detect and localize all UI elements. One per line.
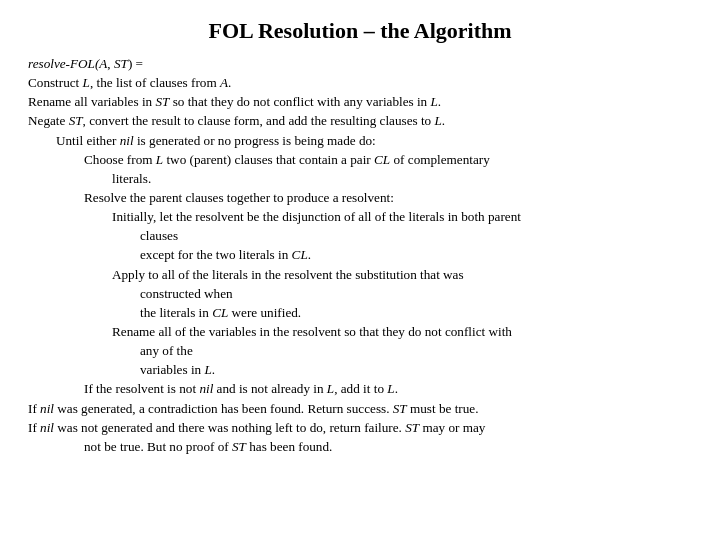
text-line: Rename all variables in ST so that they … (28, 92, 692, 111)
text-line: any of the (28, 341, 692, 360)
text-line: Rename all of the variables in the resol… (28, 322, 692, 341)
text-line: except for the two literals in CL. (28, 245, 692, 264)
page-title: FOL Resolution – the Algorithm (28, 18, 692, 44)
text-line: Negate ST, convert the result to clause … (28, 111, 692, 130)
text-line: constructed when (28, 284, 692, 303)
text-line: not be true. But no proof of ST has been… (28, 437, 692, 456)
text-line: Construct L, the list of clauses from A. (28, 73, 692, 92)
text-line: resolve-FOL(A, ST) = (28, 54, 692, 73)
text-line: If nil was generated, a contradiction ha… (28, 399, 692, 418)
text-line: If nil was not generated and there was n… (28, 418, 692, 437)
content-area: resolve-FOL(A, ST) =Construct L, the lis… (28, 54, 692, 456)
text-line: the literals in CL were unified. (28, 303, 692, 322)
text-line: Apply to all of the literals in the reso… (28, 265, 692, 284)
text-line: variables in L. (28, 360, 692, 379)
page: FOL Resolution – the Algorithm resolve-F… (0, 0, 720, 540)
text-line: Resolve the parent clauses together to p… (28, 188, 692, 207)
text-line: Until either nil is generated or no prog… (28, 131, 692, 150)
text-line: Initially, let the resolvent be the disj… (28, 207, 692, 226)
text-line: If the resolvent is not nil and is not a… (28, 379, 692, 398)
text-line: Choose from L two (parent) clauses that … (28, 150, 692, 169)
text-line: clauses (28, 226, 692, 245)
text-line: literals. (28, 169, 692, 188)
